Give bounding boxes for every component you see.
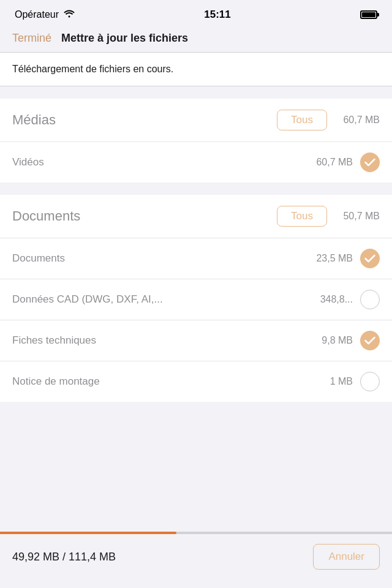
progress-area: 49,92 MB / 111,4 MB Annuler (0, 532, 392, 588)
footer: 49,92 MB / 111,4 MB Annuler (0, 534, 392, 588)
cancel-button[interactable]: Annuler (313, 544, 380, 570)
list-item: Données CAD (DWG, DXF, AI,... 348,8... (0, 279, 392, 320)
battery-fill (362, 12, 375, 17)
progress-label: 49,92 MB / 111,4 MB (12, 551, 116, 564)
list-item: Documents 23,5 MB (0, 238, 392, 279)
documents-header: Documents Tous 50,7 MB (0, 195, 392, 238)
documents-row-right: 23,5 MB (316, 249, 380, 268)
status-time: 15:11 (204, 9, 230, 21)
carrier-info: Opérateur (15, 9, 75, 20)
list-item: Fiches techniques 9,8 MB (0, 320, 392, 361)
cad-row-label: Données CAD (DWG, DXF, AI,... (12, 293, 163, 306)
medias-size: 60,7 MB (337, 115, 380, 126)
carrier-label: Opérateur (15, 9, 59, 20)
notice-row-label: Notice de montage (12, 375, 100, 388)
documents-controls: Tous 50,7 MB (277, 206, 380, 227)
cad-row-size: 348,8... (320, 294, 353, 305)
videos-check-circle[interactable] (360, 153, 380, 172)
notice-row-right: 1 MB (330, 372, 380, 391)
documents-row-size: 23,5 MB (316, 253, 353, 264)
list-item: Notice de montage 1 MB (0, 361, 392, 402)
info-text: Téléchargement de fichiers en cours. (12, 64, 173, 74)
fiches-row-right: 9,8 MB (322, 331, 380, 350)
documents-section-size: 50,7 MB (337, 211, 380, 222)
wifi-icon (64, 9, 75, 20)
documents-tous-button[interactable]: Tous (277, 206, 327, 227)
fiches-row-size: 9,8 MB (322, 335, 353, 346)
battery-container (360, 10, 377, 19)
documents-row-label: Documents (12, 252, 65, 265)
videos-label: Vidéos (12, 156, 44, 168)
battery-icon (360, 10, 377, 19)
status-bar: Opérateur 15:11 (0, 0, 392, 27)
medias-header: Médias Tous 60,7 MB (0, 99, 392, 142)
videos-right: 60,7 MB (316, 153, 380, 172)
videos-size: 60,7 MB (316, 157, 353, 168)
medias-title: Médias (12, 112, 56, 128)
medias-controls: Tous 60,7 MB (277, 110, 380, 130)
page-title: Mettre à jour les fichiers (61, 32, 188, 45)
medias-tous-button[interactable]: Tous (277, 110, 327, 130)
notice-empty-circle[interactable] (360, 372, 380, 391)
cad-row-right: 348,8... (320, 290, 380, 309)
fiches-row-label: Fiches techniques (12, 334, 96, 347)
nav-bar: Terminé Mettre à jour les fichiers (0, 27, 392, 53)
medias-section: Médias Tous 60,7 MB Vidéos 60,7 MB (0, 99, 392, 183)
documents-check-circle[interactable] (360, 249, 380, 268)
list-item: Vidéos 60,7 MB (0, 142, 392, 183)
documents-title: Documents (12, 208, 80, 224)
fiches-check-circle[interactable] (360, 331, 380, 350)
cad-empty-circle[interactable] (360, 290, 380, 309)
notice-row-size: 1 MB (330, 376, 353, 387)
documents-section: Documents Tous 50,7 MB Documents 23,5 MB… (0, 195, 392, 402)
info-banner: Téléchargement de fichiers en cours. (0, 53, 392, 86)
done-button[interactable]: Terminé (12, 32, 51, 45)
